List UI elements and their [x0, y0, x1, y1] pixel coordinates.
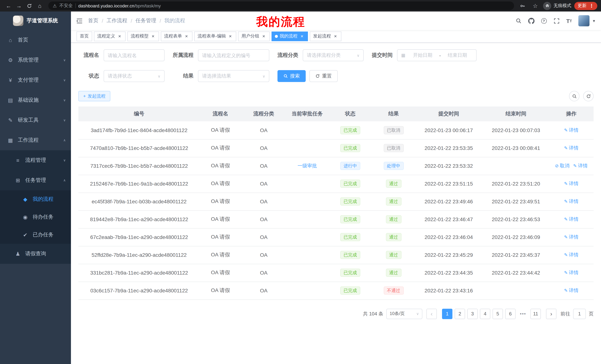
refresh-table-button[interactable] — [583, 91, 594, 101]
create-process-button[interactable]: + 发起流程 — [78, 91, 110, 101]
page-button-5[interactable]: 5 — [492, 308, 503, 319]
sidebar-item-infra[interactable]: ▤基础设施∨ — [0, 90, 71, 110]
parent-process-input[interactable] — [198, 49, 269, 61]
tab-close-icon[interactable]: × — [150, 34, 156, 39]
tab-close-icon[interactable]: × — [184, 34, 189, 39]
reset-button[interactable]: 重置 — [310, 70, 338, 82]
detail-link[interactable]: ✎详情 — [564, 145, 579, 151]
page-button-6[interactable]: 6 — [505, 308, 516, 319]
tab-process-model[interactable]: 流程模型× — [127, 31, 159, 41]
tab-close-icon[interactable]: × — [299, 34, 305, 39]
next-page-button[interactable]: › — [546, 308, 556, 319]
sidebar-item-leave-query[interactable]: ♟请假查询 — [0, 244, 71, 264]
tab-home[interactable]: 首页 — [77, 31, 92, 41]
tab-close-icon[interactable]: × — [228, 34, 233, 39]
name-input[interactable] — [104, 49, 165, 61]
browser-home-button[interactable]: ⌂ — [35, 1, 45, 10]
font-size-icon[interactable]: TT — [563, 15, 575, 26]
tab-start-process[interactable]: 发起流程× — [310, 31, 341, 41]
cell-status: 已完成 — [328, 282, 372, 299]
detail-link[interactable]: ✎详情 — [564, 234, 579, 240]
sidebar-item-devtools[interactable]: ✎研发工具∨ — [0, 110, 71, 130]
search-icon[interactable] — [513, 15, 524, 26]
table-row: 7470a810-7b9b-11ec-b5b7-acde48001122OA 请… — [78, 139, 594, 157]
breadcrumb-item[interactable]: 工作流程 — [107, 18, 127, 24]
sidebar-item-task-manage[interactable]: ⊞任务管理∧ — [0, 170, 71, 190]
avatar-caret-down-icon[interactable]: ▼ — [592, 19, 596, 23]
sidebar-item-process-manage[interactable]: ≡流程管理∨ — [0, 150, 71, 170]
detail-link[interactable]: ✎详情 — [564, 269, 579, 276]
category-select[interactable]: 请选择流程分类 ∨ — [303, 49, 364, 61]
sidebar-item-my-process[interactable]: ◆我的流程 — [0, 190, 71, 208]
chevron-down-icon: ∨ — [357, 53, 360, 57]
current-task-link[interactable]: 一级审批 — [298, 163, 317, 169]
detail-link[interactable]: ✎详情 — [564, 252, 579, 258]
address-bar[interactable]: ⚠ 不安全 dashboard.yudao.iocoder.cn/bpm/tas… — [48, 1, 514, 10]
cell-status: 已完成 — [328, 139, 372, 157]
incognito-indicator: 无痕模式 — [543, 2, 571, 10]
tab-process-form-edit[interactable]: 流程表单-编辑× — [194, 31, 236, 41]
sidebar-item-todo-tasks[interactable]: ◉待办任务 — [0, 208, 71, 226]
filter-row-2: 状态 请选择状态 ∨ 结果 请选择流结果 ∨ — [78, 70, 594, 82]
sidebar-item-done-tasks[interactable]: ✔已办任务 — [0, 226, 71, 244]
name-input-field[interactable] — [108, 52, 160, 58]
github-icon[interactable] — [526, 15, 537, 26]
tab-process-definition[interactable]: 流程定义× — [94, 31, 126, 41]
page-ellipsis[interactable]: ••• — [518, 308, 528, 319]
breadcrumb-item[interactable]: 任务管理 — [136, 18, 156, 24]
help-icon[interactable]: ? — [538, 15, 549, 26]
parent-process-input-field[interactable] — [202, 52, 265, 58]
hamburger-icon[interactable] — [71, 18, 88, 24]
browser-update-button[interactable]: 更新 ⋮ — [574, 2, 597, 10]
page-button-4[interactable]: 4 — [480, 308, 490, 319]
sidebar-item-system[interactable]: ⚙系统管理∨ — [0, 50, 71, 70]
show-search-button[interactable] — [569, 91, 580, 101]
detail-link[interactable]: ✎详情 — [573, 163, 588, 169]
goto-page-input[interactable] — [573, 308, 586, 319]
search-button[interactable]: 搜索 — [278, 70, 306, 82]
prev-page-button[interactable]: ‹ — [426, 308, 437, 319]
cancel-link[interactable]: ⊘取消 — [555, 163, 570, 169]
page-button-1[interactable]: 1 — [442, 308, 452, 319]
menu-kebab-icon[interactable]: ⋮ — [589, 3, 594, 9]
browser-back-button[interactable]: ← — [4, 1, 13, 10]
bookmark-star-icon[interactable]: ☆ — [531, 1, 540, 10]
tab-close-icon[interactable]: × — [261, 34, 266, 39]
app-logo[interactable]: 芋道管理系统 — [0, 11, 71, 30]
fullscreen-icon[interactable] — [551, 15, 562, 26]
browser-forward-button[interactable]: → — [14, 1, 24, 10]
status-select[interactable]: 请选择状态 ∨ — [104, 70, 165, 82]
sidebar-item-workflow[interactable]: ▦工作流程∧ — [0, 130, 71, 150]
sidebar-menu: ⌂首页⚙系统管理∨¥支付管理∨▤基础设施∨✎研发工具∨▦工作流程∧≡流程管理∨⊞… — [0, 30, 71, 264]
page-button-3[interactable]: 3 — [467, 308, 478, 319]
browser-reload-button[interactable] — [25, 1, 34, 10]
password-key-icon[interactable] — [518, 1, 527, 10]
cell-category: OA — [241, 211, 286, 228]
sidebar-item-home[interactable]: ⌂首页 — [0, 30, 71, 50]
page-button-2[interactable]: 2 — [455, 308, 465, 319]
tab-close-icon[interactable]: × — [333, 34, 338, 39]
submit-time-range-picker[interactable]: ▦ 开始日期 - 结束日期 — [397, 49, 477, 61]
tab-my-process[interactable]: 我的流程× — [271, 31, 308, 41]
result-select[interactable]: 请选择流结果 ∨ — [198, 70, 269, 82]
devtools-icon: ✎ — [7, 117, 13, 123]
cell-category: OA — [241, 264, 286, 282]
detail-link[interactable]: ✎详情 — [564, 127, 579, 134]
status-select-placeholder: 请选择状态 — [108, 73, 132, 79]
detail-link[interactable]: ✎详情 — [564, 198, 579, 205]
detail-link[interactable]: ✎详情 — [564, 216, 579, 223]
create-process-label: 发起流程 — [88, 93, 105, 99]
page-size-select[interactable]: 10条/页 ∨ — [386, 308, 422, 319]
tab-close-icon[interactable]: × — [117, 34, 122, 39]
user-avatar[interactable] — [578, 15, 590, 26]
detail-link[interactable]: ✎详情 — [564, 287, 579, 294]
tab-process-form[interactable]: 流程表单× — [161, 31, 192, 41]
filter-result: 结果 请选择流结果 ∨ — [173, 70, 269, 82]
annotation-my-process: 我的流程 — [256, 14, 305, 30]
detail-link[interactable]: ✎详情 — [564, 180, 579, 187]
page-button-11[interactable]: 11 — [531, 308, 541, 319]
process-table: 编号流程名流程分类当前审批任务状态结果提交时间结束时间操作3ad174fb-7b… — [78, 106, 594, 300]
tab-user-group[interactable]: 用户分组× — [238, 31, 270, 41]
breadcrumb-item[interactable]: 首页 — [88, 18, 99, 24]
sidebar-item-payment[interactable]: ¥支付管理∨ — [0, 70, 71, 90]
